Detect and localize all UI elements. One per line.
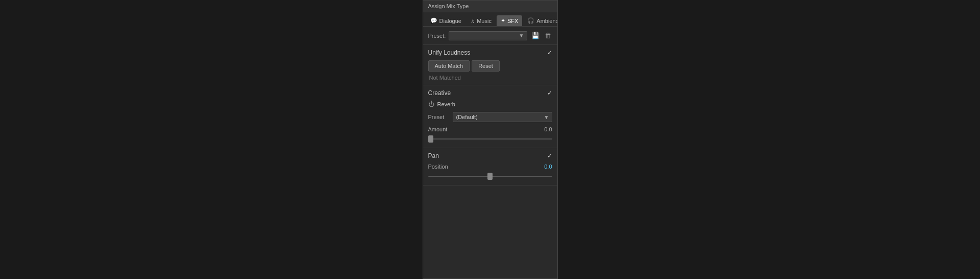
pan-slider[interactable] [428, 172, 552, 181]
preset-select[interactable] [449, 31, 527, 40]
position-label: Position [428, 164, 448, 170]
pan-check-icon[interactable]: ✓ [547, 152, 552, 159]
preset-select-wrapper: ▼ [449, 31, 527, 40]
amount-row: Amount 0.0 [428, 126, 552, 132]
preset-label: Preset: [428, 33, 446, 39]
preset-row: Preset: ▼ 💾 🗑 [423, 27, 557, 45]
pan-slider-thumb[interactable] [487, 173, 493, 180]
tab-sfx-label: SFX [507, 18, 518, 24]
pan-header: Pan ✓ [428, 152, 552, 159]
reverb-preset-select[interactable]: (Default) [453, 112, 552, 122]
unify-loudness-buttons: Auto Match Reset [428, 60, 552, 72]
unify-loudness-header: Unify Loudness ✓ [428, 49, 552, 56]
creative-title: Creative [428, 89, 451, 97]
unify-loudness-title: Unify Loudness [428, 49, 471, 56]
tab-dialogue[interactable]: 💬 Dialogue [426, 15, 465, 26]
amount-value: 0.0 [544, 126, 552, 132]
preset-save-button[interactable]: 💾 [530, 31, 541, 40]
amount-slider-thumb[interactable] [428, 135, 433, 143]
tabs-bar: 💬 Dialogue ♫ Music ✦ SFX 🎧 Ambience [423, 12, 557, 27]
reverb-label: Reverb [437, 101, 455, 107]
pan-section: Pan ✓ Position 0.0 [423, 148, 557, 185]
amount-slider[interactable] [428, 134, 552, 144]
tab-ambience[interactable]: 🎧 Ambience [523, 15, 557, 26]
reverb-row: ⏻ Reverb [428, 101, 552, 108]
ambience-icon: 🎧 [527, 17, 534, 24]
position-row: Position 0.0 [428, 164, 552, 170]
reverb-preset-row: Preset (Default) ▼ [428, 112, 552, 122]
creative-section: Creative ✓ ⏻ Reverb Preset (Default) ▼ A… [423, 85, 557, 148]
position-value: 0.0 [544, 164, 552, 170]
power-icon[interactable]: ⏻ [428, 101, 434, 108]
pan-title: Pan [428, 152, 439, 159]
match-status: Not Matched [428, 75, 552, 81]
tab-sfx[interactable]: ✦ SFX [497, 15, 522, 26]
sfx-icon: ✦ [501, 17, 505, 24]
reverb-preset-label: Preset [428, 114, 449, 120]
panel-title: Assign Mix Type [423, 1, 557, 12]
tab-dialogue-label: Dialogue [439, 18, 461, 24]
reverb-preset-select-wrapper: (Default) ▼ [453, 112, 552, 122]
tab-music-label: Music [477, 18, 492, 24]
reset-button[interactable]: Reset [472, 60, 500, 72]
dialogue-icon: 💬 [430, 17, 437, 24]
unify-loudness-section: Unify Loudness ✓ Auto Match Reset Not Ma… [423, 45, 557, 85]
music-icon: ♫ [471, 18, 475, 24]
creative-check-icon[interactable]: ✓ [547, 89, 552, 97]
mix-type-panel: Assign Mix Type 💬 Dialogue ♫ Music ✦ SFX… [423, 0, 558, 279]
pan-slider-track [428, 176, 552, 177]
auto-match-button[interactable]: Auto Match [428, 60, 470, 72]
tab-ambience-label: Ambience [536, 18, 557, 24]
amount-slider-track [428, 138, 552, 140]
creative-header: Creative ✓ [428, 89, 552, 97]
unify-loudness-check-icon[interactable]: ✓ [547, 49, 552, 56]
tab-music[interactable]: ♫ Music [467, 15, 496, 26]
preset-delete-button[interactable]: 🗑 [544, 31, 552, 40]
amount-label: Amount [428, 126, 448, 132]
